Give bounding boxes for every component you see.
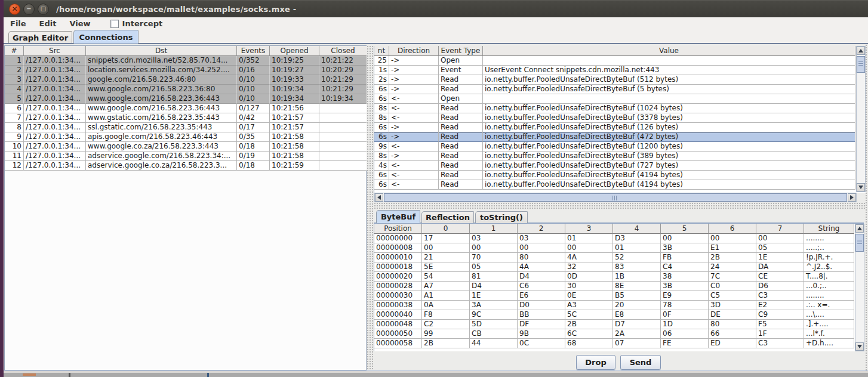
hex-column-header[interactable]: 4: [613, 224, 661, 234]
split-divider-horizontal[interactable]: [374, 202, 865, 209]
connections-panel: #SrcDstEventsOpenedClosed1/127.0.0.1:34.…: [4, 45, 367, 370]
connections-row[interactable]: 9/127.0.0.1:34...apis.google.com/216.58.…: [5, 132, 366, 142]
scroll-down-button[interactable]: [857, 183, 865, 191]
connections-row[interactable]: 11/127.0.0.1:34...adservice.google.com/2…: [5, 152, 366, 161]
events-row[interactable]: 6s<-Open: [374, 94, 855, 104]
connections-row[interactable]: 1/127.0.0.1:34...snippets.cdn.mozilla.ne…: [5, 56, 366, 66]
connections-row[interactable]: 6/127.0.0.1:34...www.google.com/216.58.2…: [5, 104, 366, 113]
hex-column-header[interactable]: 3: [565, 224, 613, 234]
connections-column-header[interactable]: Events: [237, 46, 270, 56]
hex-column-header[interactable]: 0: [422, 224, 470, 234]
checkbox-icon[interactable]: [110, 20, 119, 28]
events-row[interactable]: 8s<-Readio.netty.buffer.PooledUnsafeDire…: [374, 113, 855, 123]
send-button[interactable]: Send: [620, 355, 661, 370]
hex-row[interactable]: 0000000017030301D3000000........: [374, 234, 854, 243]
minimize-button[interactable]: −: [23, 4, 35, 15]
close-button[interactable]: ✕: [9, 4, 20, 15]
scroll-right-button[interactable]: [848, 193, 856, 202]
connections-row[interactable]: 4/127.0.0.1:34...www.google.com/216.58.2…: [5, 85, 366, 94]
hex-cell: ...\....: [804, 310, 854, 320]
connections-cell: 0/10: [237, 85, 270, 94]
drop-button[interactable]: Drop: [576, 355, 615, 370]
hex-column-header[interactable]: 1: [470, 224, 518, 234]
events-column-header[interactable]: Value: [483, 46, 855, 56]
events-row[interactable]: 8s->Readio.netty.buffer.PooledUnsafeDire…: [374, 152, 855, 161]
connections-cell: 10:19:27: [270, 66, 319, 75]
events-cell: [483, 56, 855, 66]
menu-file[interactable]: File: [4, 19, 33, 28]
hex-row[interactable]: 00000028A7D4C6308E3BC0D6...0.;..: [374, 282, 854, 291]
scroll-up-button[interactable]: [855, 224, 864, 233]
hex-column-header[interactable]: 2: [518, 224, 565, 234]
hex-cell: 06: [661, 329, 709, 339]
events-row[interactable]: 6s->Readio.netty.buffer.PooledUnsafeDire…: [374, 85, 855, 94]
events-column-header[interactable]: Event Type: [439, 46, 483, 56]
scroll-left-button[interactable]: [375, 193, 383, 202]
scroll-down-button[interactable]: [855, 342, 864, 351]
events-row[interactable]: 6s<-Readio.netty.buffer.PooledUnsafeDire…: [374, 171, 855, 180]
hex-row[interactable]: 000000185E054A3283C424DA^.J2..$.: [374, 262, 854, 272]
menu-edit[interactable]: Edit: [33, 19, 63, 28]
events-table: ntDirectionEvent TypeValue25->Open1s->Ev…: [374, 46, 855, 190]
hex-row[interactable]: 000000102170804A52FB2B1E!p.JR.+.: [374, 253, 854, 262]
events-row[interactable]: 1s->EventUserEvent Connect snippets.cdn.…: [374, 66, 855, 75]
events-hscroll-thumb[interactable]: [384, 193, 847, 202]
connections-row[interactable]: 12/127.0.0.1:34...adservice.google.co.za…: [5, 161, 366, 171]
events-row[interactable]: 6s->Readio.netty.buffer.PooledUnsafeDire…: [374, 123, 855, 132]
events-row[interactable]: 6s->Readio.netty.buffer.PooledUnsafeDire…: [374, 132, 855, 142]
connections-row[interactable]: 3/127.0.0.1:34...google.com/216.58.223.4…: [5, 75, 366, 85]
split-divider-vertical[interactable]: [367, 45, 374, 370]
hex-vertical-scrollbar[interactable]: [855, 224, 864, 351]
connections-row[interactable]: 8/127.0.0.1:34...ssl.gstatic.com/216.58.…: [5, 123, 366, 132]
hex-column-header[interactable]: 6: [709, 224, 756, 234]
connections-column-header[interactable]: Opened: [270, 46, 319, 56]
hex-row[interactable]: 000000380A3AD0A320783DE2.:.. x=.: [374, 301, 854, 310]
tab-reflection[interactable]: Reflection: [421, 211, 474, 223]
tab-tostring[interactable]: toString(): [475, 211, 528, 223]
events-horizontal-scrollbar[interactable]: [374, 193, 857, 202]
hex-row[interactable]: 000000582B440C6807FEEDC3+D.h....: [374, 339, 854, 348]
hex-cell: D0: [518, 301, 565, 310]
connections-row[interactable]: 5/127.0.0.1:34...www.google.com/216.58.2…: [5, 94, 366, 104]
events-row[interactable]: 9s<-Readio.netty.buffer.PooledUnsafeDire…: [374, 142, 855, 152]
app-window: ✕ − □ /home/rogan/workspace/mallet/examp…: [0, 0, 868, 377]
tab-bytebuf[interactable]: ByteBuf: [376, 210, 420, 223]
tab-graph-editor[interactable]: Graph Editor: [8, 31, 72, 44]
menu-view[interactable]: View: [63, 19, 97, 28]
hex-column-header[interactable]: 7: [756, 224, 804, 234]
titlebar[interactable]: ✕ − □ /home/rogan/workspace/mallet/examp…: [4, 0, 868, 17]
events-row[interactable]: 25->Open: [374, 56, 855, 66]
hex-row[interactable]: 0000005099CB9B6C2A06661F...l*.f.: [374, 329, 854, 339]
hex-vscroll-thumb[interactable]: [855, 234, 864, 252]
events-vertical-scrollbar[interactable]: [856, 46, 866, 192]
hex-row[interactable]: 0000000800000000013BE105.....;..: [374, 243, 854, 253]
events-vscroll-thumb[interactable]: [857, 56, 865, 73]
scroll-up-button[interactable]: [857, 47, 865, 55]
hex-row[interactable]: 00000030A11EE60EB5E9C5C3........: [374, 291, 854, 301]
events-row[interactable]: 8s<-Readio.netty.buffer.PooledUnsafeDire…: [374, 104, 855, 113]
hex-row[interactable]: 000000205481D40D1B387CCET....8|.: [374, 272, 854, 282]
events-row[interactable]: 4s<-Readio.netty.buffer.PooledUnsafeDire…: [374, 161, 855, 171]
connections-row[interactable]: 2/127.0.0.1:34...location.services.mozil…: [5, 66, 366, 75]
hex-row[interactable]: 00000048C25DDF2BD71D80F5.].+....: [374, 320, 854, 329]
events-row[interactable]: 6s<-Readio.netty.buffer.PooledUnsafeDire…: [374, 180, 855, 190]
connections-cell: 0/18: [237, 161, 270, 171]
hex-column-header[interactable]: Position: [374, 224, 422, 234]
events-cell: Read: [439, 85, 483, 94]
connections-cell: 10:21:57: [270, 123, 319, 132]
maximize-button[interactable]: □: [38, 4, 49, 15]
events-column-header[interactable]: nt: [374, 46, 389, 56]
connections-column-header[interactable]: Dst: [86, 46, 237, 56]
connections-column-header[interactable]: Closed: [319, 46, 367, 56]
intercept-toggle[interactable]: Intercept: [110, 19, 163, 28]
connections-column-header[interactable]: #: [5, 46, 24, 56]
hex-row[interactable]: 00000040F89CBB5CE80FDEC9...\....: [374, 310, 854, 320]
connections-row[interactable]: 10/127.0.0.1:34...www.google.co.za/216.5…: [5, 142, 366, 152]
tab-connections[interactable]: Connections: [73, 30, 138, 44]
connections-row[interactable]: 7/127.0.0.1:34...www.gstatic.com/216.58.…: [5, 113, 366, 123]
connections-column-header[interactable]: Src: [24, 46, 86, 56]
events-column-header[interactable]: Direction: [389, 46, 439, 56]
events-row[interactable]: 2s->Readio.netty.buffer.PooledUnsafeDire…: [374, 75, 855, 85]
hex-column-header[interactable]: 5: [661, 224, 709, 234]
hex-column-header[interactable]: String: [804, 224, 854, 234]
